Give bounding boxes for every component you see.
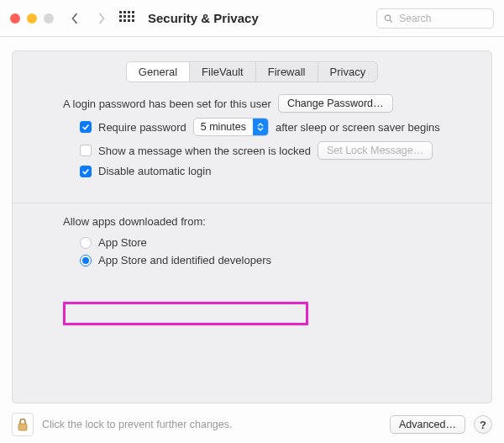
stepper-arrows-icon	[253, 119, 268, 135]
show-all-prefs-button[interactable]	[119, 11, 134, 26]
preferences-pane: General FileVault Firewall Privacy A log…	[12, 50, 492, 403]
help-button[interactable]: ?	[474, 415, 492, 434]
svg-line-13	[390, 19, 392, 22]
lock-hint-label: Click the lock to prevent further change…	[42, 419, 233, 430]
show-lock-message-label: Show a message when the screen is locked	[98, 145, 311, 157]
require-password-interval-select[interactable]: 5 minutes	[193, 118, 269, 136]
allow-identified-developers-label: App Store and identified developers	[98, 254, 271, 266]
window-title: Security & Privacy	[148, 11, 259, 25]
svg-rect-14	[18, 424, 27, 430]
tab-privacy[interactable]: Privacy	[318, 62, 378, 82]
login-password-section: A login password has been set for this u…	[13, 94, 491, 198]
interval-selected-value: 5 minutes	[194, 121, 253, 133]
allow-app-store-label: App Store	[98, 236, 147, 249]
pane-tabs: General FileVault Firewall Privacy	[126, 61, 378, 82]
minimize-window-button[interactable]	[27, 13, 37, 24]
section-divider	[13, 203, 491, 203]
zoom-window-button[interactable]	[44, 13, 54, 24]
svg-rect-10	[128, 19, 130, 22]
lock-icon	[17, 418, 29, 431]
advanced-button[interactable]: Advanced…	[390, 415, 465, 434]
chevron-left-icon	[71, 12, 79, 25]
gatekeeper-section: Allow apps downloaded from: App Store Ap…	[13, 215, 491, 266]
show-lock-message-checkbox[interactable]	[80, 145, 92, 156]
window-traffic-lights	[10, 13, 54, 24]
allow-apps-label: Allow apps downloaded from:	[63, 215, 454, 228]
close-window-button[interactable]	[10, 13, 20, 24]
svg-rect-8	[119, 19, 122, 22]
svg-rect-11	[132, 19, 134, 22]
tab-firewall[interactable]: Firewall	[256, 62, 318, 82]
svg-rect-3	[132, 11, 134, 13]
svg-rect-1	[123, 11, 126, 13]
require-password-checkbox[interactable]	[80, 121, 92, 133]
annotation-highlight	[63, 302, 308, 325]
svg-rect-0	[119, 11, 122, 13]
svg-rect-4	[119, 15, 122, 18]
disable-auto-login-label: Disable automatic login	[98, 165, 211, 177]
back-button[interactable]	[66, 9, 84, 28]
svg-rect-9	[123, 19, 126, 22]
chevron-right-icon	[97, 12, 106, 25]
forward-button[interactable]	[92, 9, 111, 28]
svg-rect-6	[128, 15, 130, 18]
disable-auto-login-checkbox[interactable]	[80, 166, 92, 177]
allow-identified-developers-radio[interactable]	[80, 255, 92, 266]
search-field[interactable]	[376, 8, 494, 29]
allow-app-store-radio[interactable]	[80, 237, 92, 249]
svg-rect-5	[123, 15, 126, 18]
require-password-label: Require password	[98, 121, 186, 134]
search-icon	[384, 13, 392, 24]
svg-rect-7	[132, 15, 134, 18]
tab-filevault[interactable]: FileVault	[190, 62, 256, 82]
tab-general[interactable]: General	[127, 62, 190, 82]
checkmark-icon	[81, 167, 90, 176]
svg-rect-2	[128, 11, 130, 13]
lock-toggle[interactable]	[12, 413, 34, 436]
grid-icon	[119, 11, 134, 26]
checkmark-icon	[81, 123, 90, 131]
window-footer: Click the lock to prevent further change…	[0, 406, 504, 443]
change-password-button[interactable]: Change Password…	[278, 94, 393, 113]
set-lock-message-button: Set Lock Message…	[318, 141, 433, 160]
password-set-label: A login password has been set for this u…	[63, 98, 271, 110]
radio-selected-dot	[82, 257, 89, 264]
svg-point-12	[385, 15, 390, 20]
window-titlebar: Security & Privacy	[0, 0, 504, 37]
search-input[interactable]	[397, 12, 486, 25]
after-sleep-label: after sleep or screen saver begins	[276, 121, 440, 134]
